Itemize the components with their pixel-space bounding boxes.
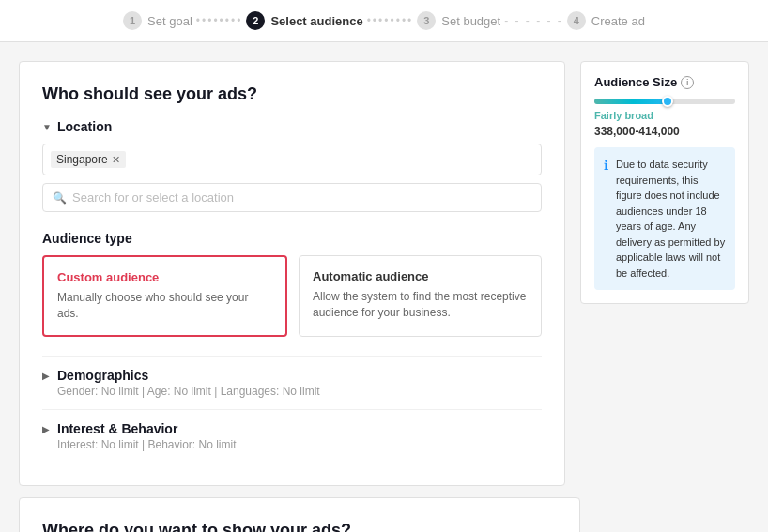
automatic-audience-title: Automatic audience xyxy=(313,269,528,283)
audience-size-header: Audience Size i xyxy=(594,75,735,89)
who-section: Who should see your ads? ▼ Location Sing… xyxy=(19,61,565,486)
audience-type-label: Audience type xyxy=(42,231,542,246)
audience-gauge-bar xyxy=(594,99,735,104)
audience-size-title: Audience Size xyxy=(594,75,677,89)
top-navigation: 1 Set goal •••••••• 2 Select audience ••… xyxy=(0,0,768,42)
step-4-label: Create ad xyxy=(591,14,645,28)
automatic-audience-desc: Allow the system to find the most recept… xyxy=(313,289,528,321)
location-search[interactable]: 🔍 Search for or select a location xyxy=(42,183,542,212)
custom-audience-desc: Manually choose who should see your ads. xyxy=(57,290,272,322)
step-2-label: Select audience xyxy=(270,14,362,28)
audience-range: 338,000-414,000 xyxy=(594,125,735,138)
step-1-set-goal[interactable]: 1 Set goal xyxy=(123,11,192,30)
step-1-number: 1 xyxy=(123,11,142,30)
main-content: Who should see your ads? ▼ Location Sing… xyxy=(0,42,768,532)
location-tags-container: Singapore ✕ xyxy=(42,144,542,175)
audience-broad-label: Fairly broad xyxy=(594,110,735,121)
step-dots-1: •••••••• xyxy=(196,14,243,27)
right-panel: Audience Size i Fairly broad 338,000-414… xyxy=(580,61,749,532)
location-search-placeholder: Search for or select a location xyxy=(72,190,234,205)
location-chevron-icon: ▼ xyxy=(42,122,52,132)
step-2-select-audience[interactable]: 2 Select audience xyxy=(246,11,362,30)
step-3-set-budget[interactable]: 3 Set budget xyxy=(417,11,500,30)
interest-behavior-title: Interest & Behavior xyxy=(57,421,237,436)
where-section: Where do you want to show your ads? ✓ Ti… xyxy=(19,497,580,532)
gauge-indicator xyxy=(662,96,673,107)
demographics-title: Demographics xyxy=(57,368,320,383)
location-tag-text: Singapore xyxy=(56,153,108,166)
info-box-text: Due to data security requirements, this … xyxy=(616,157,726,281)
custom-audience-title: Custom audience xyxy=(57,270,272,284)
location-tag-close-icon[interactable]: ✕ xyxy=(112,154,120,166)
interest-behavior-content: Interest & Behavior Interest: No limit |… xyxy=(57,421,237,451)
automatic-audience-card[interactable]: Automatic audience Allow the system to f… xyxy=(299,255,542,337)
audience-info-box: ℹ Due to data security requirements, thi… xyxy=(594,147,735,290)
audience-size-card: Audience Size i Fairly broad 338,000-414… xyxy=(580,61,749,304)
custom-audience-card[interactable]: Custom audience Manually choose who shou… xyxy=(42,255,287,337)
interest-behavior-header: ▶ Interest & Behavior Interest: No limit… xyxy=(42,421,542,451)
where-title: Where do you want to show your ads? xyxy=(42,521,557,532)
step-4-create-ad[interactable]: 4 Create ad xyxy=(567,11,645,30)
interest-behavior-sub: Interest: No limit | Behavior: No limit xyxy=(57,438,237,451)
audience-cards: Custom audience Manually choose who shou… xyxy=(42,255,542,337)
step-4-number: 4 xyxy=(567,11,586,30)
step-3-number: 3 xyxy=(417,11,436,30)
demographics-header: ▶ Demographics Gender: No limit | Age: N… xyxy=(42,368,542,398)
demographics-sub: Gender: No limit | Age: No limit | Langu… xyxy=(57,385,320,398)
info-box-icon: ℹ xyxy=(604,158,608,281)
demographics-content: Demographics Gender: No limit | Age: No … xyxy=(57,368,320,398)
step-dots-3: - - - - - - xyxy=(504,14,563,27)
search-icon: 🔍 xyxy=(53,191,67,205)
location-header[interactable]: ▼ Location xyxy=(42,119,542,134)
audience-size-info-icon[interactable]: i xyxy=(681,76,694,89)
location-section: ▼ Location Singapore ✕ 🔍 Search for or s… xyxy=(42,119,542,212)
location-label: Location xyxy=(57,119,112,134)
demographics-section[interactable]: ▶ Demographics Gender: No limit | Age: N… xyxy=(42,356,542,409)
step-2-number: 2 xyxy=(246,11,265,30)
location-tag-singapore: Singapore ✕ xyxy=(51,151,126,168)
step-dots-2: •••••••• xyxy=(367,14,414,27)
who-title: Who should see your ads? xyxy=(42,84,542,104)
audience-gauge-fill xyxy=(594,99,672,104)
audience-type-section: Audience type Custom audience Manually c… xyxy=(42,231,542,337)
demographics-expand-icon: ▶ xyxy=(42,371,50,381)
step-3-label: Set budget xyxy=(441,14,500,28)
interest-behavior-expand-icon: ▶ xyxy=(42,424,50,434)
step-1-label: Set goal xyxy=(147,14,192,28)
interest-behavior-section[interactable]: ▶ Interest & Behavior Interest: No limit… xyxy=(42,409,542,463)
